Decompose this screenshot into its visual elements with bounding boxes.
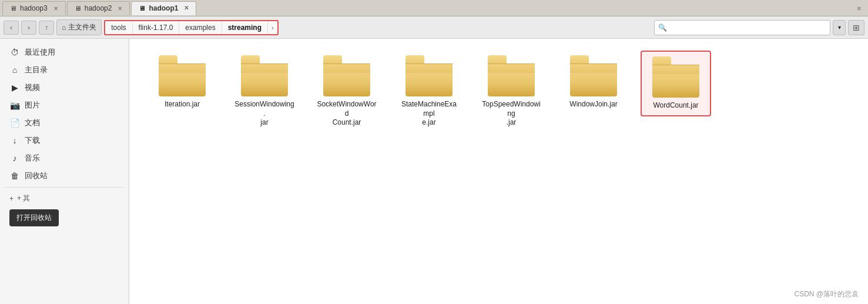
folder-icon-socketwindowwordcount (323, 55, 370, 96)
home-label: 主文件夹 (68, 22, 96, 32)
sidebar-label-recent: 最近使用 (25, 47, 55, 58)
folder-icon-statemachineexample (405, 55, 453, 96)
view-icon: ⊞ (853, 23, 860, 32)
file-item-iteration[interactable]: Iteration.jar (147, 51, 217, 114)
music-icon: ♪ (9, 153, 20, 163)
folder-icon-wordcount (652, 56, 699, 98)
sidebar-label-download: 下载 (25, 135, 40, 146)
file-item-wordcount[interactable]: WordCount.jar (641, 51, 711, 116)
up-icon: ↑ (45, 24, 48, 32)
tab-hadoop2[interactable]: 🖥 hadoop2 ✕ (67, 1, 130, 15)
watermark: CSDN @落叶的悲哀 (794, 289, 859, 299)
file-item-topspeedwindowing[interactable]: TopSpeedWindowing.jar (476, 51, 547, 132)
file-label-iteration: Iteration.jar (165, 100, 200, 109)
tab-close-hadoop3[interactable]: ✕ (53, 5, 58, 12)
breadcrumb-tools[interactable]: tools (105, 21, 132, 34)
sidebar-label-picture: 图片 (25, 100, 40, 111)
add-section-label: + 其 (17, 193, 30, 203)
file-label-socketwindowwordcount: SocketWindowWordCount.jar (316, 100, 377, 128)
sidebar-item-recent[interactable]: ⏱ 最近使用 (0, 44, 129, 61)
search-icon: 🔍 (658, 24, 667, 32)
sidebar-item-trash[interactable]: 🗑 回收站 (0, 167, 129, 185)
tab-icon-hadoop3: 🖥 (10, 5, 16, 12)
sidebar-label-trash: 回收站 (25, 171, 48, 181)
recent-icon: ⏱ (9, 48, 20, 57)
main-layout: ⏱ 最近使用 ⌂ 主目录 ▶ 视频 📷 图片 📄 文档 ↓ 下载 ♪ 音乐 🗑 (0, 39, 868, 304)
tab-close-hadoop1[interactable]: ✕ (184, 5, 189, 11)
sidebar-label-docs: 文档 (25, 118, 40, 128)
docs-icon: 📄 (9, 118, 20, 128)
file-label-topspeedwindowing: TopSpeedWindowing.jar (481, 100, 542, 128)
tab-icon-hadoop1: 🖥 (139, 5, 145, 12)
file-area: Iteration.jar SessionWindowing.jar Soc (129, 39, 868, 304)
add-section-icon: + (9, 195, 14, 203)
search-box: 🔍 (654, 20, 830, 35)
breadcrumb: tools flink-1.17.0 examples streaming › (104, 20, 278, 35)
search-input[interactable] (671, 24, 823, 32)
home-icon: ⌂ (62, 24, 66, 32)
sidebar-divider (5, 187, 124, 188)
sidebar-item-download[interactable]: ↓ 下载 (0, 132, 129, 149)
video-icon: ▶ (9, 83, 20, 92)
view-toggle-button[interactable]: ⊞ (848, 20, 864, 35)
right-edge-btn[interactable]: ≡ (857, 5, 866, 12)
file-label-statemachineexample: StateMachineExample.jar (398, 100, 460, 128)
folder-icon-iteration (159, 55, 206, 96)
home-sidebar-icon: ⌂ (9, 65, 20, 75)
search-dropdown-button[interactable]: ▾ (833, 20, 846, 35)
file-item-sessionwindowing[interactable]: SessionWindowing.jar (229, 51, 300, 132)
back-button[interactable]: ‹ (4, 21, 19, 35)
trash-icon: 🗑 (9, 171, 20, 181)
breadcrumb-examples[interactable]: examples (179, 21, 222, 34)
folder-icon-topspeedwindowing (488, 55, 535, 96)
folder-icon-windowjoin (570, 55, 617, 96)
forward-icon: › (28, 24, 30, 32)
sidebar-item-video[interactable]: ▶ 视频 (0, 79, 129, 96)
tab-hadoop1[interactable]: 🖥 hadoop1 ✕ (131, 1, 196, 15)
folder-icon-sessionwindowing (241, 55, 288, 96)
breadcrumb-flink[interactable]: flink-1.17.0 (133, 21, 180, 34)
tab-label-hadoop3: hadoop3 (20, 4, 48, 12)
up-button[interactable]: ↑ (39, 21, 54, 35)
home-button[interactable]: ⌂ 主文件夹 (56, 19, 102, 35)
forward-button[interactable]: › (21, 21, 36, 35)
sidebar-item-docs[interactable]: 📄 文档 (0, 114, 129, 132)
breadcrumb-more[interactable]: › (268, 23, 277, 32)
sidebar-label-home: 主目录 (25, 65, 48, 75)
tab-label-hadoop2: hadoop2 (85, 4, 112, 12)
file-item-statemachineexample[interactable]: StateMachineExample.jar (394, 51, 464, 132)
sidebar-label-music: 音乐 (25, 153, 40, 163)
tab-hadoop3[interactable]: 🖥 hadoop3 ✕ (2, 1, 66, 15)
dropdown-icon: ▾ (838, 24, 841, 31)
back-icon: ‹ (10, 24, 12, 32)
breadcrumb-streaming[interactable]: streaming (222, 21, 268, 34)
sidebar-item-picture[interactable]: 📷 图片 (0, 96, 129, 114)
tab-icon-hadoop2: 🖥 (75, 5, 81, 12)
file-grid: Iteration.jar SessionWindowing.jar Soc (147, 51, 850, 132)
sidebar-item-home[interactable]: ⌂ 主目录 (0, 61, 129, 79)
file-label-windowjoin: WindowJoin.jar (569, 100, 617, 109)
search-area: 🔍 ▾ ⊞ (654, 20, 864, 35)
tab-label-hadoop1: hadoop1 (149, 4, 178, 12)
sidebar: ⏱ 最近使用 ⌂ 主目录 ▶ 视频 📷 图片 📄 文档 ↓ 下载 ♪ 音乐 🗑 (0, 39, 129, 304)
toolbar: ‹ › ↑ ⌂ 主文件夹 tools flink-1.17.0 examples… (0, 16, 868, 39)
file-label-sessionwindowing: SessionWindowing.jar (234, 100, 295, 128)
sidebar-label-video: 视频 (25, 82, 40, 93)
file-item-windowjoin[interactable]: WindowJoin.jar (558, 51, 629, 114)
tab-bar: 🖥 hadoop3 ✕ 🖥 hadoop2 ✕ 🖥 hadoop1 ✕ ≡ (0, 0, 868, 16)
download-icon: ↓ (9, 136, 20, 145)
picture-icon: 📷 (9, 101, 20, 110)
file-item-socketwindowwordcount[interactable]: SocketWindowWordCount.jar (311, 51, 382, 132)
sidebar-add-section[interactable]: + + 其 (0, 190, 129, 207)
open-trash-button[interactable]: 打开回收站 (9, 209, 59, 226)
file-label-wordcount: WordCount.jar (653, 101, 698, 111)
sidebar-item-music[interactable]: ♪ 音乐 (0, 149, 129, 167)
tab-close-hadoop2[interactable]: ✕ (118, 5, 122, 12)
